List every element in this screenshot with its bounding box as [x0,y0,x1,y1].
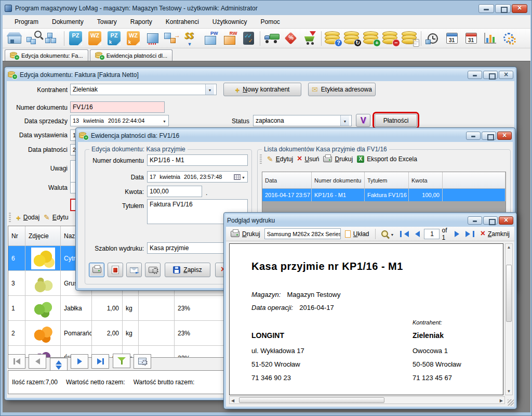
table-row[interactable]: 2 Pomarańcze 2,00 kg 23% [8,321,225,346]
rw-document-icon[interactable] [220,30,239,47]
zapisz-button[interactable]: Zapisz [165,263,210,277]
grid-settings-icon[interactable] [134,354,151,369]
inventory-icon[interactable] [239,30,258,47]
menu-kontrahenci[interactable]: Kontrahenci [160,17,205,27]
payments-add-icon[interactable]: + [362,30,381,47]
calendar-red-icon[interactable] [461,30,481,47]
warehouse-icon[interactable] [5,30,24,47]
list-drukuj-button[interactable]: Drukuj [321,154,355,164]
previous-record-button[interactable] [29,354,46,369]
kp-data-picker[interactable]: 17 kwietnia 2016, 23:57:48 [147,171,248,183]
scroll-left-icon[interactable]: ◀ [231,398,234,403]
preview-minimize-button[interactable] [468,216,482,225]
filter-icon[interactable] [113,354,130,368]
close-button[interactable] [512,4,527,13]
menu-dokumenty[interactable]: Dokumenty [46,17,89,27]
menu-towary[interactable]: Towary [91,17,123,27]
menu-program[interactable]: Program [9,17,44,27]
list-edytuj-button[interactable]: Edytuj [265,154,295,164]
next-page-button[interactable] [453,230,461,238]
payments-remove-icon[interactable]: − [381,30,400,47]
next-record-button[interactable] [71,354,88,369]
preview-close-button[interactable] [499,216,513,225]
first-record-button[interactable] [8,354,25,369]
chevron-down-icon[interactable] [163,118,166,124]
resize-grip[interactable] [508,399,514,406]
edit-maximize-button[interactable] [483,71,498,79]
v-logo-button[interactable] [356,114,370,127]
delivery-truck-icon[interactable] [262,30,281,47]
settings-icon[interactable] [500,30,519,47]
calendar-icon[interactable] [442,30,461,47]
payments-table-header[interactable]: Data Numer dokumentu Tytułem Kwota [262,172,506,189]
previous-page-button[interactable] [413,230,422,238]
tab-ewidencja-platnosci[interactable]: Ewidencja płatności dl... [90,49,172,61]
page-number-input[interactable] [424,229,440,239]
horizontal-scrollbar[interactable]: ◀ ▶ [229,396,505,404]
col-zdjecie[interactable]: Zdjęcie [25,226,61,245]
search-goods-icon[interactable] [24,30,43,47]
platnosci-button[interactable]: Płatności [375,114,417,127]
kontrahent-combobox[interactable]: Zieleniak [70,84,217,95]
col-kwota[interactable]: Kwota [409,172,443,188]
status-combobox[interactable]: zapłacona [253,115,352,126]
scroll-right-icon[interactable]: ▶ [500,398,503,403]
statistics-icon[interactable] [481,30,500,47]
printer-select[interactable]: Samsung M262x 282x Series [264,228,341,239]
list-eksport-button[interactable]: Eksport do Excela [355,154,419,164]
payments-refresh-icon[interactable]: ↻ [342,30,362,47]
preview-drukuj-button[interactable]: Drukuj [229,229,262,239]
history-icon[interactable] [423,30,442,47]
pw-document-icon[interactable] [201,30,220,47]
maximize-button[interactable] [495,4,511,13]
dodaj-button[interactable]: Dodaj [14,212,42,223]
first-page-button[interactable] [398,230,411,238]
vertical-scrollbar[interactable]: ▲ ▼ [505,243,513,395]
chevron-down-icon[interactable] [340,115,349,126]
data-sprzedazy-picker[interactable]: 13 kwietnia 2016 22:44:04 [70,115,169,126]
col-tytulem[interactable]: Tytułem [365,172,409,188]
last-page-button[interactable] [463,230,476,238]
last-record-button[interactable] [91,354,109,369]
menu-uzytkownicy[interactable]: Użytkownicy [207,17,253,27]
chevron-down-icon[interactable] [242,174,245,180]
kp-kwota-input[interactable]: 100,00 [147,186,202,197]
edit-minimize-button[interactable] [468,71,482,79]
print-settings-button[interactable] [145,263,161,277]
zamknij-button[interactable]: Zamknij [478,229,512,239]
payments-close-button[interactable] [497,132,512,140]
scroll-down-icon[interactable]: ▼ [506,389,512,394]
col-nr[interactable]: Nr [8,226,25,245]
payments-minimize-button[interactable] [466,132,481,140]
col-data[interactable]: Data [262,172,312,188]
horizontal-scroll-thumb[interactable] [239,397,384,403]
wzk-document-icon[interactable]: k [124,30,143,47]
wz-document-icon[interactable] [85,30,104,47]
orders-cart-icon[interactable] [300,30,320,47]
chevron-down-icon[interactable] [205,84,214,95]
zoom-button[interactable] [379,229,396,239]
transfer-boxes-icon[interactable]: → [162,30,181,47]
edytuj-button[interactable]: Edytu [42,212,70,223]
col-numer[interactable]: Numer dokumentu [312,172,365,188]
kp-numer-input[interactable]: KP1/16 - M1 [147,154,248,166]
pzk-document-icon[interactable]: k [104,30,124,47]
discount-icon[interactable] [281,30,300,47]
pdf-button[interactable] [108,263,123,277]
edit-close-button[interactable] [499,71,513,79]
goods-icon[interactable] [43,30,62,47]
menu-pomoc[interactable]: Pomoc [255,17,286,27]
payments-help-icon[interactable]: ? [323,30,342,47]
email-button[interactable] [126,263,142,277]
pz-document-icon[interactable] [66,30,85,47]
numer-dokumentu-input[interactable]: FV1/16 [70,101,165,113]
etykieta-adresowa-button[interactable]: Etykieta adresowa [308,83,376,96]
tab-edycja-dokumentu[interactable]: Edycja dokumentu: Fa... [5,49,88,61]
preview-maximize-button[interactable] [483,216,498,225]
nowy-kontrahent-button[interactable]: Nowy kontrahent [223,83,301,96]
prices-icon[interactable] [181,30,201,47]
menu-raporty[interactable]: Raporty [125,17,158,27]
calendar-picker-icon[interactable] [234,174,241,180]
vertical-scroll-thumb[interactable] [506,265,512,322]
payment-row[interactable]: 2016-04-17 23:57 KP1/16 - M1 Faktura FV1… [262,189,506,201]
